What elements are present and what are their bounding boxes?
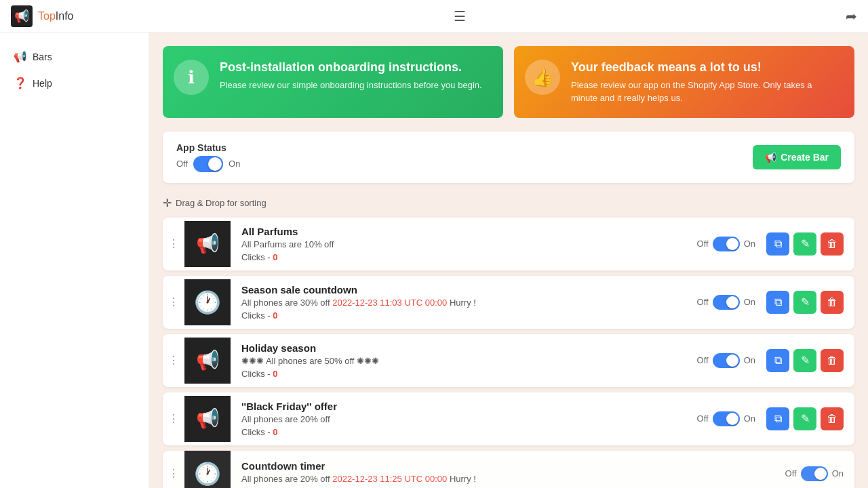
create-bar-button[interactable]: 📢 Create Bar: [753, 145, 841, 169]
bar-icon-all-parfums: 📢: [184, 221, 231, 267]
bar-clicks: Clicks - 0: [241, 427, 675, 437]
bar-title: ''Black Friday'' offer: [241, 401, 675, 412]
sidebar-item-bars[interactable]: 📢 Bars: [0, 43, 149, 70]
bar-action-btns: ⧉ ✎ 🗑: [766, 407, 844, 430]
logo-icon: 📢: [11, 5, 33, 27]
edit-button[interactable]: ✎: [793, 232, 816, 256]
bar-item-holiday-season: ⋮ 📢 Holiday season ✺✺✺ All phones are 50…: [163, 334, 854, 387]
bar-title: All Parfums: [241, 226, 675, 237]
bar-controls-black-friday: Off On ⧉ ✎ 🗑: [686, 407, 854, 430]
sidebar-item-help-label: Help: [33, 78, 52, 89]
layout: 📢 Bars ❓ Help ℹ Post-installation onboar…: [0, 33, 868, 488]
bar-action-btns: ⧉ ✎ 🗑: [766, 349, 844, 372]
bar-toggle[interactable]: [713, 411, 740, 426]
banner-row: ℹ Post-installation onboarding instructi…: [163, 46, 854, 118]
megaphone-icon: 📢: [14, 50, 27, 63]
toggle-on-label: On: [229, 159, 240, 169]
header: 📢 TopInfo ☰ ➦: [0, 0, 868, 33]
delete-button[interactable]: 🗑: [821, 349, 844, 372]
delete-button[interactable]: 🗑: [821, 232, 844, 256]
edit-button[interactable]: ✎: [793, 349, 816, 372]
bar-info-all-parfums: All Parfums All Parfums are 10% off Clic…: [231, 218, 686, 270]
copy-button[interactable]: ⧉: [766, 232, 789, 256]
bar-subtitle: All phones are 30% off 2022-12-23 11:03 …: [241, 298, 675, 308]
bar-title: Holiday season: [241, 342, 675, 354]
bar-toggle[interactable]: [801, 466, 828, 481]
copy-button[interactable]: ⧉: [766, 291, 789, 314]
feedback-banner[interactable]: 👍 Your feedback means a lot to us! Pleas…: [514, 46, 854, 118]
bar-subtitle: All phones are 20% off 2022-12-23 11:25 …: [241, 474, 764, 484]
bar-info-countdown-timer: Countdown timer All phones are 20% off 2…: [231, 452, 774, 488]
bar-item-season-sale: ⋮ 🕐 Season sale countdown All phones are…: [163, 276, 854, 329]
app-status-label: App Status: [176, 142, 240, 153]
feedback-description: Please review our app on the Shopify App…: [571, 79, 841, 104]
app-status-toggle[interactable]: [193, 156, 223, 172]
delete-button[interactable]: 🗑: [821, 291, 844, 314]
bar-action-btns: ⧉ ✎ 🗑: [766, 291, 844, 314]
bar-info-season-sale: Season sale countdown All phones are 30%…: [231, 276, 686, 329]
bar-clicks: Clicks - 0: [241, 369, 675, 379]
bar-subtitle: All Parfums are 10% off: [241, 239, 675, 249]
bar-item-countdown-timer: ⋮ 🕐 Countdown timer All phones are 20% o…: [163, 451, 854, 488]
onboarding-content: Post-installation onboarding instruction…: [220, 60, 482, 92]
sidebar: 📢 Bars ❓ Help: [0, 33, 149, 488]
bar-toggle[interactable]: [713, 237, 740, 251]
thumbsup-icon: 👍: [525, 60, 560, 95]
copy-button[interactable]: ⧉: [766, 349, 789, 372]
drag-drop-hint: ✛ Drag & Drop for sorting: [163, 197, 854, 209]
sidebar-item-help[interactable]: ❓ Help: [0, 70, 149, 96]
bar-clicks: Clicks - 0: [241, 310, 675, 321]
bar-subtitle: All phones are 20% off: [241, 414, 675, 424]
megaphone-small-icon: 📢: [765, 152, 776, 163]
feedback-title: Your feedback means a lot to us!: [571, 60, 841, 75]
bar-toggle-row: Off On: [697, 353, 755, 368]
bar-subtitle: ✺✺✺ All phones are 50% off ✺✺✺: [241, 356, 675, 366]
edit-button[interactable]: ✎: [793, 291, 816, 314]
bar-controls-countdown-timer: Off On: [774, 466, 854, 481]
bar-item-all-parfums: ⋮ 📢 All Parfums All Parfums are 10% off …: [163, 218, 854, 270]
toggle-off-label: Off: [176, 159, 188, 169]
copy-button[interactable]: ⧉: [766, 407, 789, 430]
bar-info-holiday-season: Holiday season ✺✺✺ All phones are 50% of…: [231, 334, 686, 387]
bar-controls-holiday-season: Off On ⧉ ✎ 🗑: [686, 349, 854, 372]
help-icon: ❓: [14, 77, 27, 89]
bar-icon-holiday-season: 📢: [184, 338, 231, 384]
drag-handle[interactable]: ⋮: [163, 218, 184, 270]
bar-list: ⋮ 📢 All Parfums All Parfums are 10% off …: [163, 218, 854, 488]
hamburger-icon[interactable]: ☰: [454, 8, 466, 24]
bar-toggle-row: Clicks Off On: [697, 237, 755, 251]
bar-toggle-row: Off On: [785, 466, 844, 481]
bar-toggle-row: Off On: [697, 411, 755, 426]
bar-icon-black-friday: 📢: [184, 396, 231, 442]
bar-action-btns: ⧉ ✎ 🗑: [766, 232, 844, 256]
exit-icon[interactable]: ➦: [846, 8, 857, 24]
bar-item-black-friday: ⋮ 📢 ''Black Friday'' offer All phones ar…: [163, 392, 854, 445]
sidebar-item-bars-label: Bars: [33, 52, 52, 62]
plus-icon: ✛: [163, 197, 172, 209]
edit-button[interactable]: ✎: [793, 407, 816, 430]
drag-handle[interactable]: ⋮: [163, 451, 184, 488]
bar-clicks: Clicks - 0: [241, 252, 675, 262]
bar-icon-countdown-timer: 🕐: [184, 451, 231, 488]
drag-handle[interactable]: ⋮: [163, 334, 184, 387]
info-icon: ℹ: [174, 60, 209, 95]
bar-toggle[interactable]: [713, 353, 740, 368]
onboarding-description: Please review our simple onboarding inst…: [220, 79, 482, 92]
onboarding-title: Post-installation onboarding instruction…: [220, 60, 482, 75]
onboarding-banner[interactable]: ℹ Post-installation onboarding instructi…: [163, 46, 503, 118]
bar-info-black-friday: ''Black Friday'' offer All phones are 20…: [231, 392, 686, 445]
bar-icon-season-sale: 🕐: [184, 279, 231, 325]
drag-handle[interactable]: ⋮: [163, 276, 184, 329]
bar-toggle[interactable]: [713, 295, 740, 310]
app-status-card: App Status Off On 📢 Create Bar: [163, 131, 854, 183]
app-status-left: App Status Off On: [176, 142, 240, 172]
bar-title: Countdown timer: [241, 460, 764, 472]
logo: 📢 TopInfo: [11, 5, 73, 27]
bar-title: Season sale countdown: [241, 284, 675, 296]
bar-toggle-row: Off On: [697, 295, 755, 310]
delete-button[interactable]: 🗑: [821, 407, 844, 430]
drag-handle[interactable]: ⋮: [163, 392, 184, 445]
feedback-content: Your feedback means a lot to us! Please …: [571, 60, 841, 104]
app-status-toggle-row: Off On: [176, 156, 240, 172]
bar-controls-season-sale: Off On ⧉ ✎ 🗑: [686, 291, 854, 314]
